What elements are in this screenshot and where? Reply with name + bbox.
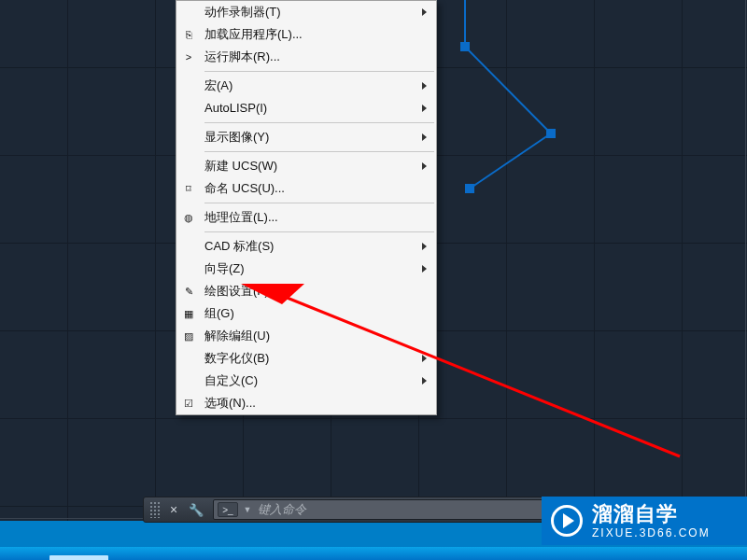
menu-item-12[interactable]: ◍地理位置(L)...	[176, 206, 436, 229]
menu-icon: ◍	[181, 210, 196, 225]
menu-separator	[204, 122, 434, 123]
chevron-down-icon[interactable]: ▼	[244, 505, 252, 514]
menu-item-label: 加载应用程序(L)...	[204, 23, 303, 46]
menu-item-label: 命名 UCS(U)...	[204, 177, 285, 200]
menu-item-label: 地理位置(L)...	[204, 206, 278, 229]
command-placeholder: 键入命令	[258, 501, 306, 518]
menu-item-16[interactable]: ✎绘图设置(F)...	[176, 280, 436, 302]
menu-separator	[204, 231, 434, 232]
menu-item-4[interactable]: 宏(A)	[176, 75, 436, 97]
menu-item-7[interactable]: 显示图像(Y)	[176, 126, 436, 148]
menu-item-18[interactable]: ▨解除编组(U)	[176, 325, 436, 347]
menu-item-label: AutoLISP(I)	[204, 97, 267, 119]
menu-icon: ▦	[181, 306, 196, 321]
menu-icon: ⎘	[181, 27, 196, 42]
menu-separator	[204, 151, 434, 152]
badge-title: 溜溜自学	[592, 504, 711, 525]
menu-item-label: 向导(Z)	[204, 258, 245, 280]
menu-item-19[interactable]: 数字化仪(B)	[176, 347, 436, 370]
menu-item-10[interactable]: ⌑命名 UCS(U)...	[176, 177, 436, 200]
menu-item-label: 解除编组(U)	[204, 325, 270, 347]
drag-handle-icon[interactable]	[149, 501, 161, 518]
menu-icon: ☑	[181, 396, 196, 411]
menu-icon: ⌑	[181, 181, 196, 196]
menu-item-21[interactable]: ☑选项(N)...	[176, 392, 436, 414]
menu-item-label: 动作录制器(T)	[204, 1, 281, 23]
menu-item-5[interactable]: AutoLISP(I)	[176, 97, 436, 119]
play-icon	[551, 505, 583, 537]
menu-icon: ▨	[181, 329, 196, 343]
menu-item-label: 宏(A)	[204, 75, 233, 97]
menu-item-14[interactable]: CAD 标准(S)	[176, 235, 436, 258]
menu-item-20[interactable]: 自定义(C)	[176, 370, 436, 392]
menu-icon: ✎	[181, 284, 196, 299]
tools-context-menu[interactable]: 动作录制器(T)⎘加载应用程序(L)...>运行脚本(R)...宏(A)Auto…	[176, 0, 437, 415]
menu-item-17[interactable]: ▦组(G)	[176, 302, 436, 325]
watermark-badge: 溜溜自学 ZIXUE.3D66.COM	[542, 497, 747, 545]
taskbar-app-button[interactable]	[49, 555, 108, 560]
menu-item-label: 数字化仪(B)	[204, 347, 269, 370]
menu-item-label: 运行脚本(R)...	[204, 46, 280, 68]
menu-item-label: 自定义(C)	[204, 370, 258, 392]
menu-item-label: 新建 UCS(W)	[204, 155, 277, 177]
menu-item-label: 显示图像(Y)	[204, 126, 269, 148]
menu-separator	[204, 203, 434, 203]
menu-item-2[interactable]: >运行脚本(R)...	[176, 46, 436, 68]
taskbar[interactable]	[0, 547, 747, 560]
menu-item-label: 选项(N)...	[204, 392, 256, 414]
command-prompt-icon[interactable]: >_	[218, 502, 237, 517]
menu-item-1[interactable]: ⎘加载应用程序(L)...	[176, 23, 436, 46]
menu-icon: >	[181, 49, 196, 64]
wrench-icon[interactable]: 🔧	[187, 503, 205, 517]
menu-item-0[interactable]: 动作录制器(T)	[176, 1, 436, 23]
menu-item-9[interactable]: 新建 UCS(W)	[176, 155, 436, 177]
menu-item-15[interactable]: 向导(Z)	[176, 258, 436, 280]
badge-url: ZIXUE.3D66.COM	[592, 527, 711, 539]
close-icon[interactable]: ×	[168, 502, 179, 517]
menu-separator	[204, 71, 434, 72]
menu-item-label: CAD 标准(S)	[204, 235, 274, 258]
menu-item-label: 组(G)	[204, 302, 234, 325]
menu-item-label: 绘图设置(F)...	[204, 280, 278, 302]
